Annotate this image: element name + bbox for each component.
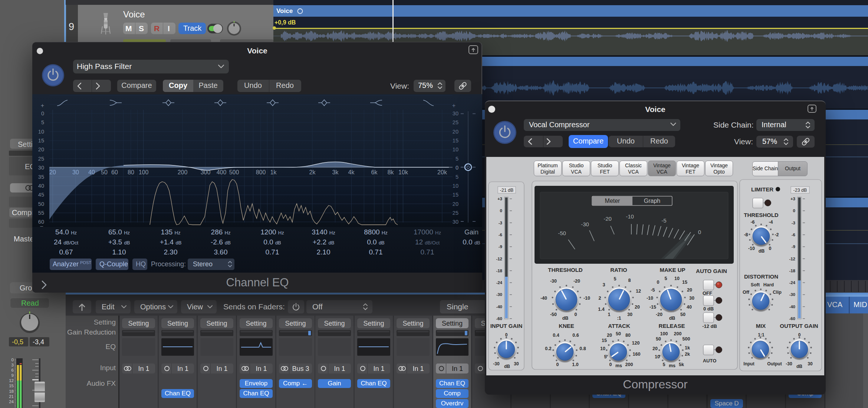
svg-text:1k: 1k: [685, 345, 690, 351]
svg-text:5: 5: [41, 119, 44, 125]
svg-text:3.60: 3.60: [214, 248, 228, 256]
svg-text:80: 80: [625, 333, 631, 338]
svg-text:80: 80: [128, 169, 134, 175]
svg-text:Gain: Gain: [464, 228, 479, 236]
svg-text:0: 0: [657, 280, 660, 285]
svg-text:-8: -8: [744, 232, 748, 237]
svg-text:dB: dB: [796, 364, 802, 369]
svg-text:-10: -10: [583, 296, 590, 301]
svg-text:2k: 2k: [685, 352, 690, 357]
svg-text:100: 100: [139, 169, 149, 175]
svg-text:15: 15: [453, 192, 458, 198]
svg-text:-18: -18: [789, 269, 795, 273]
svg-text:9: 9: [11, 373, 14, 378]
svg-text:-30: -30: [581, 221, 589, 227]
svg-text:20: 20: [453, 201, 458, 207]
svg-text:10: 10: [600, 346, 605, 351]
svg-text:-30: -30: [789, 292, 795, 297]
svg-text:-30: -30: [493, 361, 500, 366]
svg-text:20: 20: [38, 147, 44, 152]
svg-text:-24: -24: [496, 280, 502, 285]
svg-text:Meter: Meter: [605, 198, 621, 204]
svg-text:200: 200: [178, 169, 188, 175]
svg-text:60: 60: [111, 169, 118, 175]
svg-text:1.4: 1.4: [598, 307, 604, 312]
svg-text:Output: Output: [767, 361, 782, 366]
svg-text:500: 500: [229, 169, 239, 175]
svg-text:+: +: [41, 102, 44, 109]
svg-text:3140 Hz: 3140 Hz: [312, 228, 335, 236]
svg-text:0.8: 0.8: [579, 346, 586, 351]
svg-text:-9: -9: [792, 244, 795, 249]
svg-text:-3: -3: [792, 221, 795, 225]
svg-text:-9: -9: [499, 244, 502, 249]
svg-text:10: 10: [674, 276, 680, 281]
svg-text:-10: -10: [626, 213, 634, 220]
svg-text:Clip: Clip: [773, 290, 782, 295]
svg-text:0: 0: [556, 362, 559, 367]
svg-text:-6: -6: [792, 233, 795, 237]
svg-text:MAKE UP: MAKE UP: [660, 267, 685, 273]
svg-text:–: –: [40, 223, 43, 227]
svg-text:Hard: Hard: [763, 282, 774, 287]
svg-text:RATIO: RATIO: [610, 267, 627, 273]
svg-text:0.2: 0.2: [545, 346, 551, 351]
svg-text:25: 25: [38, 156, 44, 162]
svg-text:10: 10: [453, 147, 458, 152]
svg-text:AUTO: AUTO: [703, 358, 717, 363]
svg-text:0: 0: [698, 229, 701, 235]
svg-text:-20: -20: [604, 215, 612, 222]
svg-text:2: 2: [599, 296, 601, 301]
svg-text:800: 800: [256, 169, 266, 175]
svg-text:25: 25: [453, 119, 458, 125]
svg-text:-4: -4: [769, 220, 773, 225]
svg-text:10: 10: [655, 354, 660, 359]
svg-text:200: 200: [625, 362, 633, 367]
svg-text:dB: dB: [669, 316, 675, 321]
svg-text:-60: -60: [789, 316, 795, 321]
svg-text:+2.2 dB: +2.2 dB: [313, 238, 335, 246]
svg-text:30: 30: [38, 165, 44, 171]
svg-text:15: 15: [38, 138, 44, 144]
svg-text:200: 200: [674, 331, 682, 336]
svg-text::1: :1: [617, 316, 621, 321]
svg-text:1k: 1k: [270, 169, 277, 175]
svg-text:5: 5: [456, 174, 458, 180]
svg-text:-5: -5: [651, 287, 655, 293]
svg-text:THRESHOLD: THRESHOLD: [744, 212, 779, 218]
svg-text:-40: -40: [789, 305, 795, 309]
svg-text:15: 15: [453, 138, 458, 144]
svg-text:2k: 2k: [309, 169, 316, 175]
svg-text:dB: dB: [759, 249, 765, 254]
svg-text:160: 160: [633, 352, 641, 357]
svg-text:3: 3: [603, 282, 605, 287]
svg-text:0: 0: [11, 358, 14, 362]
svg-text:-12: -12: [789, 257, 795, 261]
svg-text:MIX: MIX: [756, 323, 766, 329]
svg-text:35: 35: [38, 174, 44, 180]
svg-text:0: 0: [505, 332, 508, 338]
svg-text:0.0 dB: 0.0 dB: [263, 238, 281, 246]
svg-text:+1.4 dB: +1.4 dB: [160, 238, 182, 246]
svg-text:30: 30: [808, 361, 813, 366]
svg-text:1.0: 1.0: [572, 362, 578, 367]
svg-text:30: 30: [514, 361, 519, 366]
svg-text:1: 1: [608, 312, 611, 317]
svg-text:10: 10: [453, 183, 458, 189]
svg-text:+: +: [452, 102, 456, 109]
svg-text:KNEE: KNEE: [559, 323, 574, 329]
svg-text:4k: 4k: [348, 169, 355, 175]
svg-text:ms: ms: [615, 363, 622, 368]
svg-text:0: 0: [500, 208, 502, 213]
svg-text:55: 55: [38, 210, 44, 216]
svg-text:0: 0: [798, 332, 801, 338]
svg-text:5: 5: [663, 362, 665, 367]
svg-text:-50: -50: [550, 312, 557, 317]
svg-text:20: 20: [453, 129, 458, 135]
svg-text:20k: 20k: [437, 169, 447, 175]
svg-text:8k: 8k: [388, 169, 394, 175]
svg-text:1:1: 1:1: [758, 332, 765, 338]
svg-text:25: 25: [453, 210, 458, 216]
svg-text:100: 100: [660, 331, 668, 336]
svg-text:-12 dB: -12 dB: [702, 323, 717, 329]
